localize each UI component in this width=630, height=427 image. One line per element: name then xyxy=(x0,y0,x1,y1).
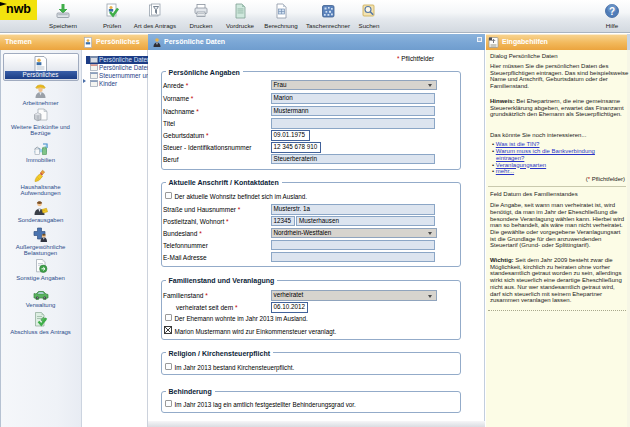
svg-text:?: ? xyxy=(609,6,615,17)
